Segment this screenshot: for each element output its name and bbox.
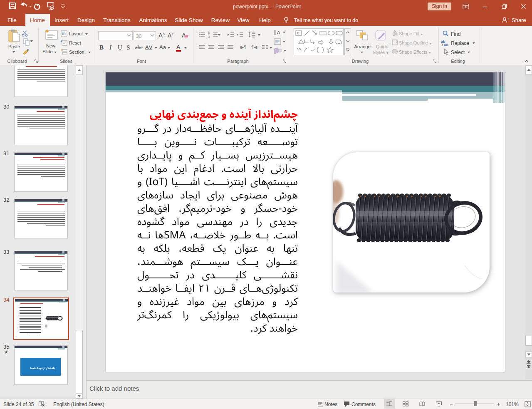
svg-text:A: A: [277, 30, 280, 35]
svg-text:ac: ac: [444, 43, 448, 47]
svg-text:A: A: [297, 32, 299, 35]
